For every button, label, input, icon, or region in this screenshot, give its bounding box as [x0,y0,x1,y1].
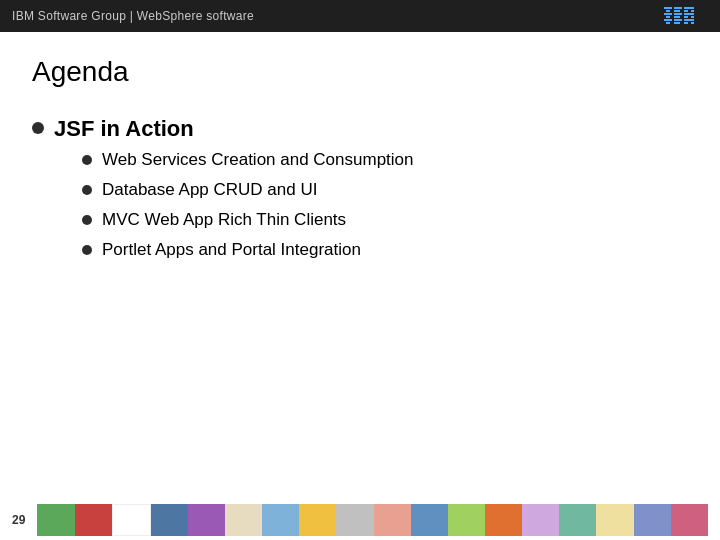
bullet-l2-icon [82,185,92,195]
page-title: Agenda [32,56,688,88]
bullet-l2-icon [82,215,92,225]
list-item: MVC Web App Rich Thin Clients [82,210,414,230]
svg-rect-12 [684,7,694,9]
footer-block [75,504,112,536]
svg-rect-9 [674,16,680,18]
footer-block [336,504,373,536]
svg-rect-0 [664,7,672,9]
footer-block [559,504,596,536]
footer-block [485,504,522,536]
footer-block [671,504,708,536]
list-item: Portlet Apps and Portal Integration [82,240,414,260]
list-item-label: Database App CRUD and UI [102,180,317,200]
bullet-l2-icon [82,155,92,165]
svg-rect-18 [684,19,694,21]
svg-rect-10 [674,19,682,21]
footer-block [596,504,633,536]
footer-block [411,504,448,536]
footer-block [522,504,559,536]
footer-block [37,504,74,536]
ibm-logo-icon [664,7,708,25]
footer-block [299,504,336,536]
svg-rect-8 [674,13,682,15]
bullet-l1-icon [32,122,44,134]
svg-rect-4 [664,19,672,21]
list-item: Web Services Creation and Consumption [82,150,414,170]
header-bar: IBM Software Group | WebSphere software [0,0,720,32]
footer-block [262,504,299,536]
svg-rect-19 [684,22,688,24]
footer-block [448,504,485,536]
svg-rect-16 [684,16,688,18]
footer-block [112,504,151,536]
header-title: IBM Software Group | WebSphere software [12,9,254,23]
list-item-label: Portlet Apps and Portal Integration [102,240,361,260]
list-item-label: Web Services Creation and Consumption [102,150,414,170]
level2-list: Web Services Creation and Consumption Da… [54,150,414,260]
section-jsf-label: JSF in Action [54,116,414,142]
main-content: Agenda JSF in Action Web Services Creati… [0,32,720,270]
svg-rect-15 [684,13,694,15]
footer-block [374,504,411,536]
footer-block [225,504,262,536]
svg-rect-17 [691,16,694,18]
page-number: 29 [12,513,25,527]
svg-rect-5 [666,22,670,24]
bullet-l2-icon [82,245,92,255]
footer-block [188,504,225,536]
footer: 29 [0,500,720,540]
svg-rect-6 [674,7,682,9]
footer-image-strip [37,504,708,536]
svg-rect-7 [674,10,680,12]
svg-rect-3 [666,16,670,18]
footer-block [151,504,188,536]
svg-rect-13 [684,10,688,12]
list-item-label: MVC Web App Rich Thin Clients [102,210,346,230]
svg-rect-14 [691,10,694,12]
svg-rect-11 [674,22,680,24]
svg-rect-2 [664,13,672,15]
svg-rect-20 [691,22,694,24]
footer-block [634,504,671,536]
list-item: Database App CRUD and UI [82,180,414,200]
svg-rect-1 [666,10,670,12]
section-jsf-in-action: JSF in Action Web Services Creation and … [32,116,688,270]
